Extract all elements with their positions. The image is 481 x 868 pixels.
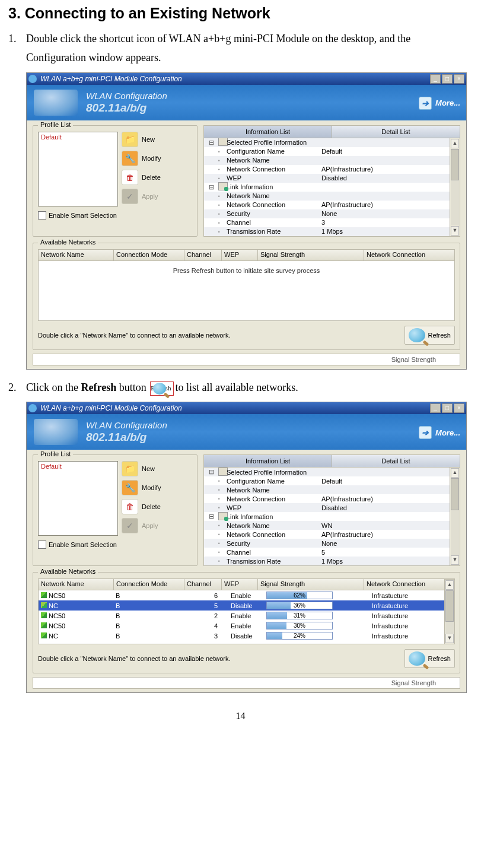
tree-section: Link Information (227, 183, 321, 190)
refresh-button[interactable]: Refresh (404, 649, 455, 668)
link-icon (218, 182, 228, 190)
laptop-graphic (34, 419, 78, 445)
networks-table[interactable]: Network Name Connection Mode Channel WEP… (38, 578, 455, 644)
press-refresh-msg: Press Refresh button to initiate site su… (39, 261, 454, 274)
apply-label: Apply (142, 193, 158, 200)
tree-value: AP(Infrastructure) (321, 166, 450, 173)
tree-label: Network Connection (227, 201, 321, 208)
step-text: button (116, 381, 149, 393)
tree-label: Channel (227, 219, 321, 226)
table-row[interactable]: NCB3Disable24%Infrastucture (39, 631, 444, 641)
tab-information-list[interactable]: Information List (204, 126, 332, 138)
col-signal-strength[interactable]: Signal Strength (258, 579, 364, 590)
folder-new-icon: 📁 (122, 132, 138, 147)
window-title: WLAN a+b+g mini-PCI Module Configuration (40, 75, 430, 83)
step-num: 2. (8, 378, 26, 397)
folder-new-icon: 📁 (122, 461, 138, 476)
new-button[interactable]: 📁New (122, 132, 161, 147)
trash-icon: 🗑 (122, 170, 138, 185)
enable-smart-checkbox[interactable]: Enable Smart Selection (38, 211, 192, 220)
group-label: Profile List (38, 450, 73, 457)
apply-button: ✓Apply (122, 518, 161, 533)
col-connection-mode[interactable]: Connection Mode (114, 250, 184, 260)
col-signal-strength[interactable]: Signal Strength (258, 250, 364, 260)
tab-information-list[interactable]: Information List (204, 455, 332, 467)
minimize-button[interactable]: _ (430, 74, 441, 84)
profile-listbox[interactable]: Default (38, 461, 118, 536)
more-button[interactable]: ➔ More... (419, 426, 460, 439)
col-network-connection[interactable]: Network Connection (364, 250, 454, 260)
more-button[interactable]: ➔ More... (419, 97, 460, 110)
tree-label: Security (227, 540, 321, 547)
close-button[interactable]: × (454, 403, 464, 413)
tree-value: AP(Infrastructure) (321, 201, 450, 208)
modify-label: Modify (142, 155, 161, 162)
available-networks-group: Available Networks Network Name Connecti… (33, 572, 460, 673)
networks-table[interactable]: Network Name Connection Mode Channel WEP… (38, 249, 455, 321)
modify-button[interactable]: 🔧Modify (122, 480, 161, 495)
col-wep[interactable]: WEP (222, 250, 258, 260)
tree-value: 1 Mbps (321, 228, 450, 235)
col-network-name[interactable]: Network Name (39, 579, 114, 590)
tab-detail-list[interactable]: Detail List (332, 455, 460, 467)
delete-button[interactable]: 🗑Delete (122, 170, 161, 185)
scroll-up-icon[interactable]: ▲ (451, 468, 459, 478)
col-network-name[interactable]: Network Name (39, 250, 114, 260)
step-1: 1.Double click the shortcut icon of WLAN… (26, 29, 473, 68)
info-tree[interactable]: ⊟Selected Profile Information ▪Configura… (204, 468, 450, 565)
tree-section: Link Information (227, 513, 321, 520)
scrollbar[interactable]: ▲▼ (444, 579, 454, 644)
tab-detail-list[interactable]: Detail List (332, 126, 460, 138)
tree-label: Network Name (227, 192, 321, 199)
minimize-button[interactable]: _ (430, 403, 441, 413)
modify-button[interactable]: 🔧Modify (122, 151, 161, 166)
col-connection-mode[interactable]: Connection Mode (114, 579, 184, 590)
table-row[interactable]: NC50B6Enable62%Infrastucture (39, 590, 444, 600)
col-channel[interactable]: Channel (184, 250, 222, 260)
scroll-up-icon[interactable]: ▲ (451, 139, 459, 148)
status-signal-label: Signal Strength (391, 356, 436, 363)
new-label: New (142, 465, 155, 472)
scroll-down-icon[interactable]: ▼ (445, 634, 454, 643)
group-label: Available Networks (38, 239, 98, 246)
maximize-button[interactable]: □ (442, 74, 453, 84)
profile-list-group: Profile List Default 📁New 🔧Modify 🗑Delet… (33, 454, 198, 566)
maximize-button[interactable]: □ (442, 403, 453, 413)
tree-value: AP(Infrastructure) (321, 531, 450, 538)
doubleclick-hint: Double click a "Network Name" to connect… (38, 655, 404, 662)
config-window-2: WLAN a+b+g mini-PCI Module Configuration… (26, 402, 467, 693)
titlebar[interactable]: WLAN a+b+g mini-PCI Module Configuration… (27, 73, 466, 85)
profile-listbox[interactable]: Default (38, 132, 118, 206)
profile-list-group: Profile List Default 📁New 🔧Modify 🗑Delet… (33, 125, 198, 237)
tree-value: Disabled (321, 174, 450, 182)
tree-label: Network Name (227, 157, 321, 164)
magnifier-icon (409, 328, 425, 342)
titlebar[interactable]: WLAN a+b+g mini-PCI Module Configuration… (27, 402, 466, 414)
info-tree[interactable]: ⊟Selected Profile Information ▪Configura… (204, 138, 450, 236)
table-row[interactable]: NC50B4Enable30%Infrastucture (39, 621, 444, 631)
tree-label: Configuration Name (227, 478, 321, 485)
col-network-connection[interactable]: Network Connection (364, 579, 444, 590)
refresh-button[interactable]: Refresh (404, 326, 455, 345)
scroll-up-icon[interactable]: ▲ (445, 580, 454, 590)
close-button[interactable]: × (454, 74, 464, 84)
col-channel[interactable]: Channel (184, 579, 222, 590)
statusbar: Signal Strength (33, 354, 460, 365)
col-wep[interactable]: WEP (222, 579, 258, 590)
checkbox-icon (38, 540, 46, 549)
page-number: 14 (8, 711, 473, 721)
delete-button[interactable]: 🗑Delete (122, 499, 161, 514)
table-row[interactable]: NC50B2Enable31%Infrastucture (39, 611, 444, 621)
scroll-down-icon[interactable]: ▼ (451, 555, 459, 565)
tree-label: WEP (227, 174, 321, 182)
scrollbar[interactable]: ▲▼ (450, 468, 460, 565)
tree-label: Configuration Name (227, 148, 321, 155)
app-icon (28, 404, 37, 412)
scroll-down-icon[interactable]: ▼ (451, 226, 459, 236)
scrollbar[interactable]: ▲▼ (450, 138, 460, 236)
enable-smart-checkbox[interactable]: Enable Smart Selection (38, 540, 192, 549)
table-row[interactable]: NCB5Disable36%Infrastucture (39, 600, 444, 611)
banner: WLAN Configuration 802.11a/b/g ➔ More... (27, 85, 466, 120)
apply-button: ✓Apply (122, 189, 161, 204)
new-button[interactable]: 📁New (122, 461, 161, 476)
